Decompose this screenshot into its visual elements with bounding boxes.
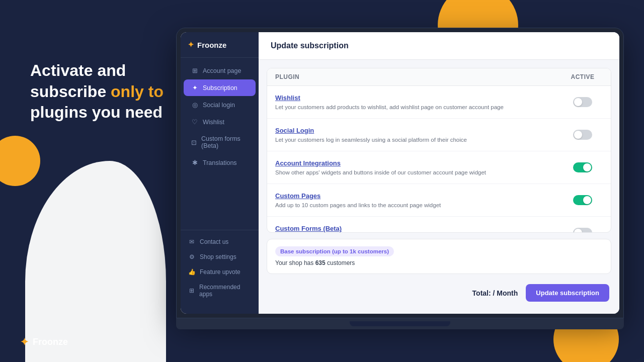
plugin-desc-wishlist: Let your customers add products to wishl… (275, 103, 562, 111)
plugin-toggle-wishlist[interactable] (573, 97, 592, 107)
plugin-toggle-custom-pages[interactable] (573, 195, 592, 205)
plugin-toggle-social-login[interactable] (573, 130, 592, 140)
nav-icon-custom-forms: ⊡ (191, 139, 197, 146)
nav-icon-wishlist: ♡ (191, 118, 199, 126)
total-label: Total: / Month (472, 289, 518, 297)
nav-label-translations: Translations (203, 159, 237, 166)
sidebar-item-translations[interactable]: ✱Translations (184, 154, 256, 171)
hero-line3: plugins you need (30, 103, 163, 121)
nav-icon-shop-settings: ⚙ (188, 253, 196, 260)
plugin-row-social-login: Social Login Let your customers log in s… (267, 119, 611, 151)
bottom-logo: ✦ Froonze (20, 336, 68, 348)
plugin-row-custom-forms-beta: Custom Forms (Beta) Build custom registr… (267, 217, 611, 233)
sidebar-logo: ✦ Froonze (181, 40, 259, 58)
plugin-toggle-container-social-login (562, 130, 603, 140)
plugin-name-wishlist[interactable]: Wishlist (275, 94, 300, 102)
sidebar-nav: ⊞Account page✦Subscription◎Social login♡… (181, 62, 259, 230)
plugin-desc-social-login: Let your customers log in seamlessly usi… (275, 136, 562, 144)
sidebar-item-social-login[interactable]: ◎Social login (184, 97, 256, 113)
nav-icon-feature-upvote: 👍 (188, 268, 196, 276)
sidebar-bottom-item-contact-us[interactable]: ✉Contact us (181, 234, 259, 249)
page-title: Update subscription (271, 41, 349, 50)
nav-icon-recommended-apps: ⊞ (188, 287, 195, 294)
laptop-frame: ✦ Froonze ⊞Account page✦Subscription◎Soc… (176, 28, 624, 318)
laptop-notch (350, 321, 450, 326)
sidebar-bottom-item-feature-upvote[interactable]: 👍Feature upvote (181, 264, 259, 280)
sidebar-bottom-item-recommended-apps[interactable]: ⊞Recommended apps (181, 280, 259, 302)
update-subscription-button[interactable]: Update subscription (526, 284, 609, 302)
subscription-badge: Base subscription (up to 1k customers) (275, 246, 394, 256)
nav-label-account-page: Account page (203, 67, 241, 74)
plugin-row-account-integrations: Account Integrations Show other apps' wi… (267, 151, 611, 184)
sidebar-bottom: ✉Contact us⚙Shop settings👍Feature upvote… (181, 230, 259, 306)
nav-icon-social-login: ◎ (191, 101, 199, 109)
bottom-logo-icon: ✦ (20, 336, 29, 348)
subscription-info-box: Base subscription (up to 1k customers) Y… (267, 239, 611, 274)
laptop-screen: ✦ Froonze ⊞Account page✦Subscription◎Soc… (181, 32, 619, 314)
plugin-toggle-container-custom-forms-beta (562, 228, 603, 233)
decorative-blob (25, 161, 166, 362)
plugin-toggle-container-account-integrations (562, 162, 603, 172)
nav-label-contact-us: Contact us (200, 238, 228, 245)
plugin-desc-account-integrations: Show other apps' widgets and buttons ins… (275, 168, 562, 176)
content-area: Plugin Active Wishlist Let your customer… (259, 60, 619, 314)
toggle-knob-wishlist (574, 98, 582, 106)
plugin-table: Plugin Active Wishlist Let your customer… (267, 68, 611, 233)
sub-text-suffix: customers (326, 259, 355, 266)
sidebar-item-wishlist[interactable]: ♡Wishlist (184, 114, 256, 130)
plugin-rows: Wishlist Let your customers add products… (267, 86, 611, 233)
toggle-knob-custom-forms-beta (574, 229, 582, 233)
sidebar-logo-icon: ✦ (188, 40, 194, 49)
plugin-toggle-account-integrations[interactable] (573, 162, 592, 172)
plugin-name-custom-forms-beta[interactable]: Custom Forms (Beta) (275, 225, 342, 232)
table-header: Plugin Active (267, 68, 611, 86)
toggle-knob-custom-pages (583, 196, 591, 204)
sub-customers: 635 (315, 259, 326, 266)
hero-line1: Activate and (30, 61, 126, 79)
subscription-text: Your shop has 635 customers (275, 259, 603, 266)
nav-label-shop-settings: Shop settings (200, 253, 236, 260)
nav-icon-contact-us: ✉ (188, 238, 196, 245)
plugin-desc-custom-pages: Add up to 10 custom pages and links to t… (275, 201, 562, 209)
nav-icon-translations: ✱ (191, 159, 199, 166)
nav-label-subscription: Subscription (203, 84, 237, 92)
nav-label-wishlist: Wishlist (203, 119, 224, 126)
laptop-wrapper: ✦ Froonze ⊞Account page✦Subscription◎Soc… (176, 28, 624, 329)
hero-line2-plain: subscribe (30, 82, 111, 101)
plugin-name-account-integrations[interactable]: Account Integrations (275, 159, 341, 167)
plugin-toggle-container-custom-pages (562, 195, 603, 205)
toggle-knob-social-login (574, 131, 582, 139)
footer-row: Total: / Month Update subscription (267, 280, 611, 306)
nav-icon-subscription: ✦ (191, 84, 199, 92)
plugin-name-social-login[interactable]: Social Login (275, 127, 314, 134)
toggle-knob-account-integrations (583, 163, 591, 171)
sidebar-bottom-item-shop-settings[interactable]: ⚙Shop settings (181, 249, 259, 264)
bottom-logo-text: Froonze (33, 337, 68, 347)
plugin-toggle-custom-forms-beta[interactable] (573, 228, 592, 233)
plugin-toggle-container-wishlist (562, 97, 603, 107)
sidebar-logo-text: Froonze (197, 41, 226, 49)
plugin-info-social-login: Social Login Let your customers log in s… (275, 126, 562, 144)
plugin-row-custom-pages: Custom Pages Add up to 10 custom pages a… (267, 184, 611, 217)
page-header: Update subscription (259, 32, 619, 60)
plugin-info-wishlist: Wishlist Let your customers add products… (275, 93, 562, 111)
plugin-info-account-integrations: Account Integrations Show other apps' wi… (275, 158, 562, 176)
sidebar-item-custom-forms[interactable]: ⊡Custom forms (Beta) (184, 131, 256, 154)
main-content: Update subscription Plugin Active Wishli… (259, 32, 619, 314)
nav-label-recommended-apps: Recommended apps (199, 284, 252, 298)
hero-section: Activate and subscribe only to plugins y… (30, 60, 164, 123)
plugin-info-custom-pages: Custom Pages Add up to 10 custom pages a… (275, 191, 562, 209)
nav-label-social-login: Social login (203, 102, 235, 109)
nav-label-custom-forms: Custom forms (Beta) (201, 135, 249, 149)
plugin-name-custom-pages[interactable]: Custom Pages (275, 192, 320, 200)
col-header-active: Active (562, 73, 603, 80)
sidebar: ✦ Froonze ⊞Account page✦Subscription◎Soc… (181, 32, 259, 314)
plugin-row-wishlist: Wishlist Let your customers add products… (267, 86, 611, 119)
laptop-base (176, 318, 624, 329)
sidebar-item-subscription[interactable]: ✦Subscription (184, 79, 256, 96)
nav-label-feature-upvote: Feature upvote (200, 268, 240, 276)
decorative-circle-left (0, 136, 40, 186)
hero-line2-highlight: only to (111, 82, 164, 101)
col-header-plugin: Plugin (275, 73, 562, 80)
sidebar-item-account-page[interactable]: ⊞Account page (184, 62, 256, 79)
